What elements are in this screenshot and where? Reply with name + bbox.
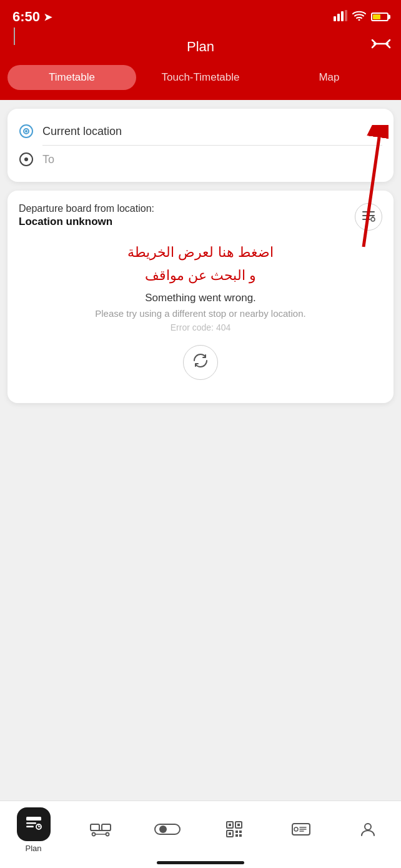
error-code: Error code: 404 — [19, 322, 382, 332]
route-connector — [14, 27, 15, 45]
svg-point-10 — [371, 217, 375, 221]
refresh-button[interactable] — [183, 345, 218, 380]
error-main: Something went wrong. — [19, 292, 382, 304]
nav-qr-icon-wrap — [217, 814, 251, 847]
arabic-text-line1: اضغط هنا لعرض الخريطة — [19, 242, 382, 262]
nav-plan-icon-wrap — [17, 807, 51, 841]
arabic-text-line2: و البحث عن مواقف — [19, 265, 382, 286]
main-content: Current location To — [0, 100, 401, 421]
svg-point-37 — [294, 827, 298, 831]
departure-card: Departure board from location: Location … — [7, 191, 394, 403]
nav-ticket-icon-wrap — [284, 814, 318, 847]
header-title: Plan — [187, 39, 214, 55]
tab-timetable[interactable]: Timetable — [7, 65, 136, 90]
svg-rect-13 — [26, 822, 36, 824]
svg-point-25 — [159, 826, 167, 833]
svg-point-41 — [365, 824, 371, 830]
wifi-icon — [352, 11, 366, 24]
svg-rect-14 — [26, 826, 34, 828]
to-field[interactable]: To — [42, 153, 54, 166]
departure-title-block: Departure board from location: Location … — [19, 203, 154, 228]
svg-rect-3 — [345, 10, 347, 21]
svg-point-22 — [106, 832, 109, 836]
current-location-icon — [19, 124, 34, 139]
nav-items: Plan — [0, 807, 401, 853]
location-arrow-icon: ➤ — [44, 11, 52, 23]
departure-location: Location unknown — [19, 216, 154, 228]
nav-item-plan[interactable]: Plan — [15, 807, 52, 853]
svg-rect-27 — [229, 824, 231, 826]
svg-point-4 — [359, 19, 360, 21]
nav-plan-label: Plan — [25, 844, 41, 853]
from-row[interactable]: Current location — [19, 120, 382, 142]
battery-fill — [373, 14, 380, 19]
nav-item-profile[interactable] — [349, 814, 387, 847]
home-indicator — [157, 861, 244, 864]
svg-rect-31 — [229, 832, 231, 835]
svg-rect-19 — [102, 824, 111, 831]
svg-rect-35 — [239, 834, 242, 837]
svg-point-21 — [92, 832, 95, 836]
toggle-icon — [154, 822, 181, 839]
svg-rect-24 — [155, 824, 180, 834]
svg-rect-33 — [239, 831, 242, 833]
status-time: 6:50 ➤ — [12, 9, 52, 25]
route-divider — [42, 145, 382, 146]
edit-button[interactable] — [355, 203, 382, 231]
svg-rect-29 — [237, 824, 240, 826]
to-icon — [19, 152, 34, 167]
nav-item-qr[interactable] — [215, 814, 253, 847]
signal-icon — [334, 10, 347, 24]
svg-rect-18 — [91, 824, 99, 831]
route-input-card: Current location To — [7, 109, 394, 182]
departure-header: Departure board from location: Location … — [19, 203, 382, 231]
tab-map[interactable]: Map — [265, 65, 394, 90]
expand-icon[interactable] — [371, 37, 391, 57]
time-display: 6:50 — [12, 9, 40, 25]
error-sub: Please try using a different stop or nea… — [19, 308, 382, 319]
svg-rect-0 — [334, 16, 336, 21]
ticket-icon — [291, 821, 311, 840]
battery-icon — [371, 12, 389, 21]
refresh-icon — [192, 352, 209, 373]
tab-bar: Timetable Touch-Timetable Map — [0, 65, 401, 100]
svg-rect-32 — [235, 831, 238, 833]
transit-icon — [89, 821, 112, 841]
status-bar: 6:50 ➤ — [0, 0, 401, 34]
nav-transit-icon-wrap — [84, 814, 117, 847]
svg-rect-34 — [235, 834, 238, 837]
to-row[interactable]: To — [19, 148, 382, 171]
bottom-nav: Plan — [0, 801, 401, 868]
svg-rect-12 — [26, 817, 41, 821]
nav-toggle-icon-wrap — [151, 814, 184, 847]
edit-icon — [362, 209, 375, 225]
qr-icon — [225, 821, 243, 841]
svg-rect-2 — [341, 11, 344, 21]
tab-touch-timetable[interactable]: Touch-Timetable — [136, 65, 265, 90]
svg-rect-1 — [337, 14, 340, 21]
nav-profile-icon-wrap — [351, 814, 385, 847]
nav-item-ticket[interactable] — [282, 814, 320, 847]
status-icons — [334, 10, 389, 24]
profile-icon — [359, 821, 377, 841]
nav-item-toggle[interactable] — [149, 814, 186, 847]
departure-board-label: Departure board from location: — [19, 203, 154, 214]
nav-item-transit[interactable] — [82, 814, 119, 847]
app-header: Plan — [0, 34, 401, 65]
from-field[interactable]: Current location — [42, 125, 122, 138]
plan-icon — [25, 816, 42, 833]
